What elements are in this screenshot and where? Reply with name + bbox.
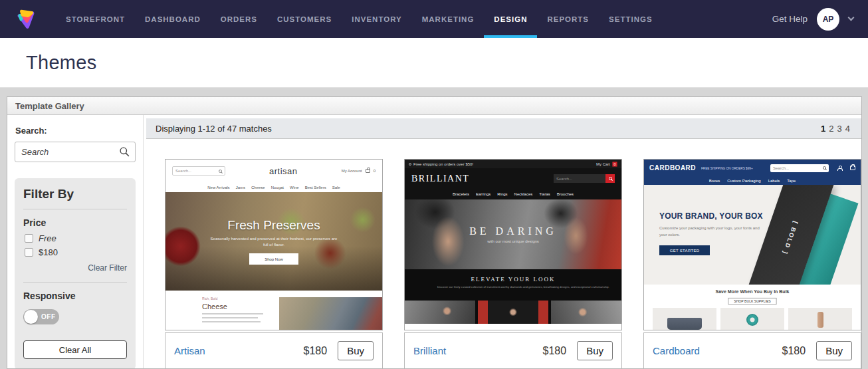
cardboard-lower-section: Save More When You Buy In Bulk SHOP BULK… [644,285,861,330]
nav-item-storefront[interactable]: STOREFRONT [56,0,135,38]
page-header: Themes [0,38,868,88]
search-input[interactable] [15,142,136,162]
model-photo [551,301,621,324]
magnifier-icon [219,170,222,173]
responsive-filter-title: Responsive [23,291,127,301]
results-toolbar: Displaying 1-12 of 47 matches 1 2 3 4 [146,118,861,139]
artisan-search-box: Search... [172,166,225,176]
toggle-state-label: OFF [41,313,56,320]
page-2[interactable]: 2 [829,124,833,134]
get-help-link[interactable]: Get Help [772,14,808,24]
artisan-logo: artisan [231,166,336,176]
magnifier-icon [823,166,826,170]
get-started-button: GET STARTED [659,245,710,255]
search-button [605,174,615,183]
nav-item-dashboard[interactable]: DASHBOARD [135,0,211,38]
brilliant-photo-row [405,301,621,324]
brilliant-nav: BraceletsEarringsRingsNecklacesTiarasBro… [405,189,621,199]
page-1[interactable]: 1 [821,124,825,134]
product-photo [653,308,716,330]
brilliant-logo: BRILLIANT [411,174,469,184]
clear-filter-link[interactable]: Clear Filter [23,263,127,283]
nav-item-customers[interactable]: CUSTOMERS [267,0,342,38]
brilliant-search-box: Search... [554,174,615,183]
filter-by-title: Filter By [23,187,127,209]
toggle-knob[interactable] [24,310,38,324]
nav-item-design[interactable]: DESIGN [484,0,537,38]
cardboard-nav: BoxesCustom PackagingLabelsTape [644,176,861,185]
cardboard-logo: CARDBOARD [649,164,696,172]
cart-icon [366,169,370,173]
cheese-photo [279,297,382,330]
gallery-main: Displaying 1-12 of 47 matches 1 2 3 4 Se… [144,115,861,369]
brilliant-price: $180 [543,345,567,357]
brilliant-name-link[interactable]: Brilliant [413,345,536,356]
artisan-shop-now-button: Shop Now [249,253,298,265]
filter-sidebar: Search: Filter By Price Free [7,115,144,369]
brilliant-buy-button[interactable]: Buy [577,341,613,360]
panel-header: Template Gallery [7,97,861,115]
nav-item-marketing[interactable]: MARKETING [412,0,485,38]
search-icon[interactable] [119,146,130,160]
cardboard-preview[interactable]: CARDBOARD FREE SHIPPING ON ORDERS $99+ S… [643,159,861,330]
theme-card-brilliant: Free shipping on orders over $50! My Car… [404,159,622,369]
artisan-preview[interactable]: Search... artisan My Account 0 New Arriv… [165,159,383,330]
cardboard-search-box: Search... [770,164,829,172]
main-nav: STOREFRONT DASHBOARD ORDERS CUSTOMERS IN… [56,0,663,38]
price-filter-title: Price [23,217,127,228]
page-4[interactable]: 4 [845,124,850,134]
price-180-checkbox[interactable] [25,248,33,257]
page-3[interactable]: 3 [837,124,842,134]
pagination: 1 2 3 4 [821,124,850,134]
artisan-nav: New ArrivalsJamsCheeseNougatWineBest Sel… [165,182,382,192]
brilliant-elevate-section: ELEVATE YOUR LOOK Discover our finely cu… [405,269,621,301]
avatar[interactable]: AP [817,8,839,31]
artisan-account: My Account 0 [342,169,376,173]
cart-icon [850,166,855,170]
cardboard-hero: BOLD YOUR BRAND, YOUR BOX Customize your… [644,185,861,285]
artisan-price: $180 [304,345,328,357]
brilliant-hero: BE DARING with our most unique designs [405,199,621,269]
account-icon [837,166,843,171]
artisan-name-link[interactable]: Artisan [174,345,297,356]
nav-item-settings[interactable]: SETTINGS [599,0,663,38]
theme-card-artisan: Search... artisan My Account 0 New Arriv… [165,159,383,369]
nav-item-orders[interactable]: ORDERS [211,0,267,38]
brand-logo-icon[interactable] [16,8,36,31]
free-checkbox-label[interactable]: Free [39,233,56,243]
results-count: Displaying 1-12 of 47 matches [156,124,272,134]
product-photo [788,308,852,330]
clear-all-button[interactable]: Clear All [23,340,127,359]
price-180-checkbox-label[interactable]: $180 [39,247,58,257]
top-navbar: STOREFRONT DASHBOARD ORDERS CUSTOMERS IN… [0,0,868,38]
theme-card-cardboard: CARDBOARD FREE SHIPPING ON ORDERS $99+ S… [643,159,861,369]
shop-bulk-button: SHOP BULK SUPPLIES [728,298,776,305]
artisan-buy-button[interactable]: Buy [338,341,374,360]
free-checkbox[interactable] [25,234,33,243]
product-photo [720,308,784,330]
cardboard-price: $180 [782,345,806,357]
filter-box: Filter By Price Free $180 Clear Filter R… [15,178,136,369]
artisan-cheese-section: Rich, Bold Cheese [165,291,382,330]
shipping-icon [409,163,411,166]
responsive-toggle[interactable]: OFF [23,309,59,324]
brilliant-preview[interactable]: Free shipping on orders over $50! My Car… [404,159,622,330]
cardboard-buy-button[interactable]: Buy [816,341,852,360]
theme-cards-row: Search... artisan My Account 0 New Arriv… [146,139,861,369]
artisan-hero: Fresh Preserves Seasonally harvested and… [165,192,382,291]
cardboard-name-link[interactable]: Cardboard [653,345,776,356]
chevron-down-icon[interactable] [848,15,855,21]
search-label: Search: [15,126,136,136]
nav-item-inventory[interactable]: INVENTORY [342,0,411,38]
model-photo [478,301,548,324]
model-photo [405,301,475,324]
artisan-card-footer: Artisan $180 Buy [165,332,383,369]
template-gallery-panel: Template Gallery Search: Filter By Price [7,96,862,369]
nav-item-reports[interactable]: REPORTS [537,0,599,38]
brilliant-card-footer: Brilliant $180 Buy [404,332,622,369]
cardboard-card-footer: Cardboard $180 Buy [643,332,861,369]
page-title: Themes [26,52,97,74]
